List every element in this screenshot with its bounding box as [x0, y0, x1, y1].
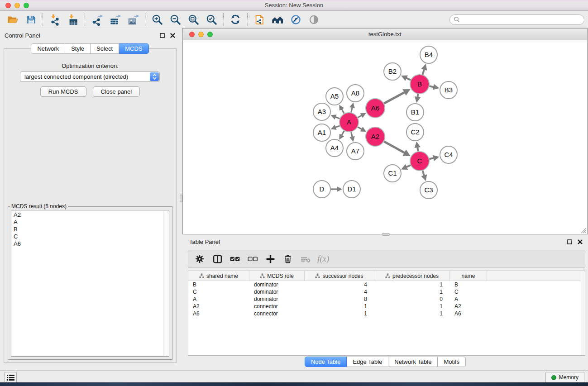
table-settings-button[interactable]: [193, 252, 206, 266]
zoom-fit-button[interactable]: [184, 12, 202, 27]
zoom-selected-button[interactable]: [202, 12, 220, 27]
close-panel-icon[interactable]: [578, 239, 583, 244]
result-item[interactable]: A: [14, 219, 162, 226]
table-row[interactable]: A2connector11A2: [188, 303, 585, 310]
tab-edge-table[interactable]: Edge Table: [347, 357, 388, 367]
export-table-button[interactable]: [106, 12, 124, 27]
column-header-name[interactable]: name: [450, 271, 487, 281]
float-panel-icon[interactable]: [160, 33, 165, 38]
tab-select[interactable]: Select: [91, 43, 119, 54]
apply-layout-button[interactable]: [226, 12, 244, 27]
table-row[interactable]: Adominator80A: [188, 295, 585, 303]
graph-node-label: C3: [424, 186, 433, 194]
column-header-label: name: [461, 273, 475, 279]
zoom-out-button[interactable]: [166, 12, 184, 27]
maximize-window-button[interactable]: [24, 3, 29, 8]
result-item[interactable]: B: [14, 226, 162, 233]
first-neighbors-button[interactable]: [268, 12, 287, 27]
table-cell: connector: [249, 303, 305, 310]
graph-node-label: A8: [351, 89, 359, 97]
table-cell: A: [450, 296, 487, 302]
mcds-result-title: MCDS result (5 nodes): [10, 203, 68, 210]
float-panel-icon[interactable]: [567, 239, 572, 244]
vertical-divider-grip[interactable]: [180, 195, 182, 202]
close-panel-icon[interactable]: [170, 33, 175, 38]
resize-grip-icon[interactable]: [580, 227, 587, 234]
app-title: Session: New Session: [0, 0, 588, 11]
close-window-button[interactable]: [5, 3, 11, 8]
table-cell: B: [188, 281, 249, 288]
column-header-successor-nodes[interactable]: successor nodes: [305, 271, 374, 281]
delete-columns-button[interactable]: [281, 252, 295, 266]
column-header-shared-name[interactable]: shared name: [188, 271, 249, 281]
column-header-MCDS-role[interactable]: MCDS role: [249, 271, 305, 281]
network-close-button[interactable]: [189, 32, 195, 37]
new-network-from-selection-button[interactable]: [250, 12, 268, 27]
search-icon: [454, 16, 460, 23]
network-canvas[interactable]: B4B2BB3A8A5A6A3B1AC2A1A2A4A7C4CC1C3DD1: [183, 41, 587, 234]
column-header-predecessor-nodes[interactable]: predecessor nodes: [374, 271, 450, 281]
tab-network-table[interactable]: Network Table: [388, 357, 438, 367]
add-column-button[interactable]: [263, 252, 277, 266]
deselect-all-columns-button[interactable]: [246, 252, 259, 266]
run-mcds-button[interactable]: Run MCDS: [40, 86, 86, 97]
export-network-button[interactable]: [88, 12, 106, 27]
graph-edge-arrowhead: [421, 64, 427, 71]
horizontal-divider-grip[interactable]: [382, 233, 390, 236]
graph-edge[interactable]: [422, 69, 424, 75]
tab-node-table[interactable]: Node Table: [305, 357, 347, 367]
network-window-titlebar[interactable]: testGlobe.txt: [183, 29, 587, 40]
task-history-button[interactable]: [5, 372, 17, 383]
save-session-button[interactable]: [22, 12, 40, 27]
export-image-button[interactable]: [124, 12, 142, 27]
table-cell: A2: [188, 303, 249, 310]
gear-icon: [194, 253, 205, 264]
search-input[interactable]: [460, 16, 580, 23]
tab-network[interactable]: Network: [31, 43, 65, 54]
tab-mcds[interactable]: MCDS: [119, 43, 148, 54]
table-body: Bdominator41BCdominator41CAdominator80AA…: [188, 281, 585, 317]
tab-motifs[interactable]: Motifs: [438, 357, 466, 367]
function-builder-button[interactable]: f(x): [316, 252, 329, 266]
graph-edge[interactable]: [384, 142, 405, 153]
table-row[interactable]: Bdominator41B: [188, 281, 585, 288]
control-panel: Control Panel NetworkStyleSelectMCDS Opt…: [0, 29, 180, 367]
dropdown-stepper-icon: [150, 72, 159, 81]
criterion-dropdown[interactable]: largest connected component (directed): [20, 71, 160, 82]
select-all-columns-button[interactable]: [228, 252, 242, 266]
graph-edge[interactable]: [384, 92, 405, 103]
network-window-title: testGlobe.txt: [183, 29, 587, 40]
zoom-in-button[interactable]: [148, 12, 166, 27]
import-table-button[interactable]: [64, 12, 82, 27]
result-item[interactable]: A2: [14, 211, 162, 219]
table-row[interactable]: A6connector11A6: [188, 310, 585, 317]
zoom-in-icon: [151, 14, 163, 26]
delete-table-button[interactable]: [299, 252, 312, 266]
result-item[interactable]: A6: [14, 240, 162, 248]
memory-button[interactable]: Memory: [545, 372, 584, 383]
minimize-window-button[interactable]: [14, 3, 20, 8]
network-minimize-button[interactable]: [198, 32, 204, 37]
show-hide-labels-button[interactable]: [287, 12, 305, 27]
show-hide-graphics-details-button[interactable]: [305, 12, 323, 27]
result-scrollbar[interactable]: [163, 210, 169, 356]
tab-style[interactable]: Style: [65, 43, 91, 54]
table-scrollbar[interactable]: [581, 271, 585, 355]
import-network-button[interactable]: [46, 12, 64, 27]
export-network-icon: [91, 14, 103, 26]
desktop-background-strip: [0, 382, 588, 386]
close-panel-button[interactable]: Close panel: [93, 86, 140, 97]
network-graph[interactable]: B4B2BB3A8A5A6A3B1AC2A1A2A4A7C4CC1C3DD1: [183, 41, 587, 234]
table-header-row: shared nameMCDS rolesuccessor nodesprede…: [188, 271, 585, 281]
table-row[interactable]: Cdominator41C: [188, 288, 585, 295]
result-item[interactable]: C: [14, 233, 162, 240]
table-cell: A6: [450, 310, 487, 317]
table-cell: A2: [450, 303, 487, 310]
open-session-button[interactable]: [4, 12, 22, 27]
network-maximize-button[interactable]: [207, 32, 213, 37]
node-table[interactable]: shared nameMCDS rolesuccessor nodesprede…: [188, 271, 585, 356]
mcds-result-list[interactable]: A2ABCA6: [11, 210, 169, 357]
table-cell: A6: [188, 310, 249, 317]
graph-node-label: A: [347, 118, 351, 126]
toggle-panel-split-button[interactable]: [210, 252, 224, 266]
